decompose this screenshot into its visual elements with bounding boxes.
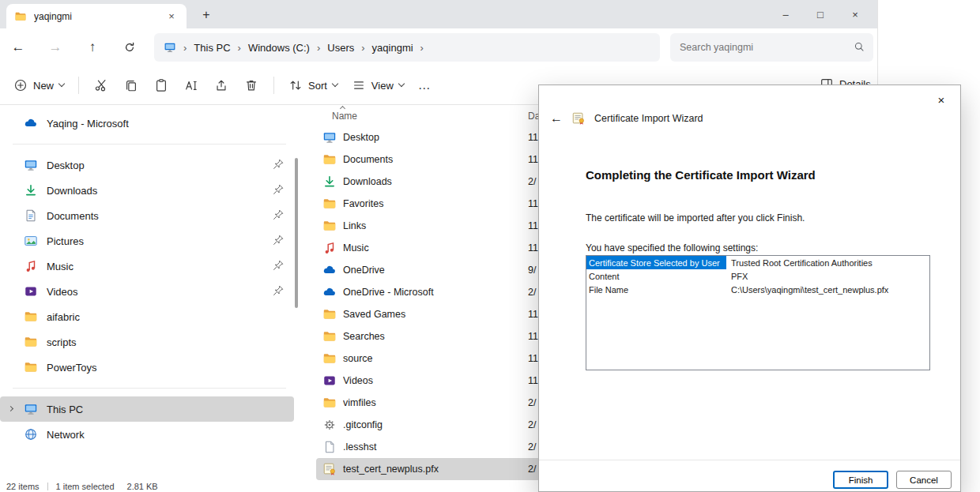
breadcrumb-separator: › — [317, 42, 320, 54]
sidebar-item-label: Network — [47, 429, 85, 441]
folder-icon — [322, 197, 337, 211]
sidebar-item-documents[interactable]: Documents — [0, 203, 294, 228]
settings-row[interactable]: Certificate Store Selected by User Trust… — [586, 256, 929, 269]
download-icon — [24, 183, 38, 197]
sidebar-item-label: Yaqing - Microsoft — [47, 118, 129, 130]
view-button-label: View — [371, 80, 394, 92]
column-header-name[interactable]: Name — [332, 111, 528, 122]
dialog-close-button[interactable]: × — [932, 90, 951, 109]
chevron-down-icon — [332, 81, 338, 87]
folder-icon — [24, 335, 38, 349]
sidebar-item-pictures[interactable]: Pictures — [0, 228, 294, 254]
breadcrumb-users[interactable]: Users — [327, 42, 354, 54]
setting-value: PFX — [726, 272, 748, 281]
cut-button[interactable] — [86, 73, 116, 98]
sidebar-item-music[interactable]: Music — [0, 254, 294, 279]
sidebar-item-powertoys[interactable]: PowerToys — [0, 355, 294, 380]
pin-icon — [272, 183, 285, 196]
sidebar-item-onedrive[interactable]: Yaqing - Microsoft — [0, 111, 294, 136]
view-button[interactable]: View — [345, 73, 411, 98]
sidebar-item-desktop[interactable]: Desktop — [0, 152, 294, 178]
share-button[interactable] — [206, 73, 236, 98]
search-icon — [854, 41, 865, 52]
breadcrumb-this-pc[interactable]: This PC — [194, 42, 230, 54]
refresh-icon — [123, 41, 136, 54]
maximize-button[interactable]: □ — [803, 0, 838, 28]
more-button[interactable]: … — [411, 73, 438, 98]
search-box[interactable]: Search yaqingmi — [670, 33, 873, 62]
new-button[interactable]: New — [6, 73, 71, 98]
plus-circle-icon — [13, 78, 28, 92]
dialog-back-button[interactable]: ← — [550, 111, 563, 126]
download-icon — [322, 175, 337, 189]
pin-icon — [272, 234, 285, 246]
item-count: 22 items — [6, 482, 40, 491]
wizard-intro-text: The certificate will be imported after y… — [586, 212, 805, 223]
breadcrumb-yaqingmi[interactable]: yaqingmi — [372, 42, 413, 54]
share-icon — [214, 78, 228, 92]
close-button[interactable]: × — [838, 0, 873, 28]
setting-key: Certificate Store Selected by User — [586, 256, 726, 269]
paste-button[interactable] — [146, 73, 176, 98]
sidebar-item-videos[interactable]: Videos — [0, 279, 294, 304]
breadcrumb-windows-c[interactable]: Windows (C:) — [248, 42, 310, 54]
sidebar-separator — [13, 388, 286, 389]
search-placeholder: Search yaqingmi — [680, 42, 753, 53]
tab-close-icon[interactable]: × — [164, 9, 179, 24]
document-icon — [24, 208, 38, 223]
certificate-icon — [322, 462, 337, 476]
folder-icon — [322, 396, 337, 410]
onedrive-cloud-icon — [322, 285, 337, 299]
settings-row[interactable]: Content PFX — [586, 269, 929, 283]
sort-button[interactable]: Sort — [281, 73, 345, 98]
network-icon — [24, 427, 38, 441]
window-controls: – □ × — [768, 0, 873, 28]
forward-button[interactable]: → — [44, 36, 66, 58]
folder-icon — [24, 360, 38, 374]
sidebar-item-aifabric[interactable]: aifabric — [0, 304, 294, 329]
gear-icon — [322, 418, 337, 432]
settings-list[interactable]: Certificate Store Selected by User Trust… — [586, 255, 930, 370]
address-bar[interactable]: › This PC › Windows (C:) › Users › yaqin… — [154, 33, 660, 62]
sidebar-item-this-pc[interactable]: This PC — [0, 396, 294, 422]
sidebar-item-label: Downloads — [47, 185, 97, 197]
setting-key: Content — [586, 269, 726, 283]
music-note-icon — [322, 241, 337, 255]
this-pc-icon — [24, 402, 38, 416]
explorer-tab[interactable]: yaqingmi × — [6, 4, 187, 28]
settings-row[interactable]: File Name C:\Users\yaqingmi\test_cert_ne… — [586, 283, 929, 296]
settings-label: You have specified the following setting… — [586, 242, 758, 254]
dialog-footer-divider — [539, 460, 960, 460]
finish-button[interactable]: Finish — [833, 471, 888, 489]
new-button-label: New — [33, 80, 54, 92]
refresh-button[interactable] — [119, 36, 141, 58]
chevron-right-icon[interactable] — [8, 406, 13, 411]
sidebar-separator — [13, 144, 286, 145]
copy-button[interactable] — [116, 73, 146, 98]
sidebar-scrollbar[interactable] — [295, 158, 298, 308]
back-button[interactable]: ← — [7, 36, 29, 58]
breadcrumb-separator: › — [183, 42, 187, 54]
wizard-page-title: Completing the Certificate Import Wizard — [586, 168, 816, 182]
file-icon — [322, 440, 337, 454]
folder-icon — [322, 307, 337, 321]
delete-button[interactable] — [236, 73, 266, 98]
sidebar-item-label: Desktop — [47, 160, 85, 171]
sidebar-item-label: This PC — [47, 404, 83, 415]
new-tab-button[interactable]: + — [198, 6, 215, 24]
breadcrumb-separator: › — [420, 42, 424, 54]
cancel-button[interactable]: Cancel — [896, 471, 952, 489]
view-lines-icon — [352, 78, 366, 92]
onedrive-cloud-icon — [24, 116, 38, 130]
rename-button[interactable] — [176, 73, 206, 98]
folder-icon — [322, 152, 337, 167]
minimize-button[interactable]: – — [768, 0, 803, 28]
onedrive-cloud-icon — [322, 263, 337, 277]
sidebar-item-downloads[interactable]: Downloads — [0, 178, 294, 203]
sidebar-item-scripts[interactable]: scripts — [0, 329, 294, 355]
tab-bar: yaqingmi × + – □ × — [0, 0, 877, 28]
desktop-icon — [24, 158, 38, 172]
sidebar-item-network[interactable]: Network — [0, 422, 294, 447]
up-button[interactable]: ↑ — [81, 36, 104, 58]
sidebar-item-label: aifabric — [47, 311, 80, 323]
